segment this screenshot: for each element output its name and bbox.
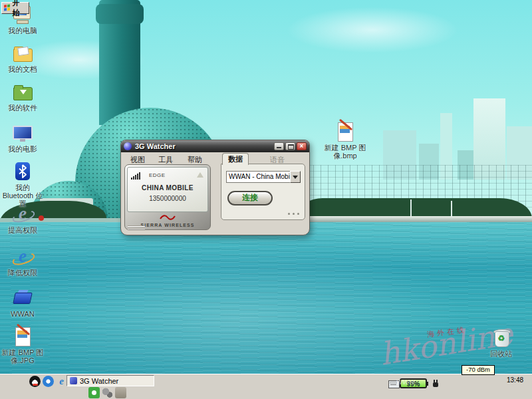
bluetooth-icon [11,162,34,182]
icon-label: 我的电脑 [1,27,44,35]
watcher-task-icon [70,377,77,384]
icon-label: 我的软件 [1,104,44,112]
desktop-icon-bluetooth-places[interactable]: 我的 Bluetooth 位置 [1,162,44,207]
image-viewer-icon[interactable] [88,387,100,398]
desktop-icon-my-movies[interactable]: 我的电影 [1,124,44,153]
device-display-panel: EDGE CHINA MOBILE 1350000000 SIERRA WIRE… [124,164,211,230]
close-icon[interactable]: × [297,142,307,150]
sierra-wave-logo-icon [159,215,176,220]
wwan-icon [11,289,34,309]
carrier-name: CHINA MOBILE [128,184,207,192]
compact-view-icon[interactable] [285,142,295,150]
icon-label: 提高权限 [1,226,44,234]
icon-label: 降低权限 [1,269,44,277]
internet-explorer-icon[interactable]: e [56,376,67,387]
system-tools-icon[interactable] [102,387,113,398]
download-folder-icon [11,82,34,102]
minimize-icon[interactable] [274,142,284,150]
input-method-icon[interactable] [388,380,400,388]
task-button-label: 3G Watcher [80,377,118,385]
desktop-icon-ie-lower-privilege[interactable]: e 降低权限 [1,247,44,277]
usb-device-icon[interactable] [115,387,126,398]
image-file-icon [11,327,34,347]
watcher-window: 3G Watcher × 视图 工具 帮助 EDGE CHINA MOBILE … [120,140,310,235]
desktop-icon-recycle-bin[interactable]: ♻ 回收站 [480,329,523,358]
taskbar-button-3g-watcher[interactable]: 3G Watcher [66,375,154,386]
combobox-value: WWAN - China Mobile [226,171,290,183]
my-documents-icon [11,44,34,64]
icon-label: 我的文档 [1,65,44,73]
desktop: 海外在线 hkonline www 我的电脑 我的文档 我的软件 我的电影 我的… [0,0,532,399]
media-player-icon[interactable] [43,376,54,387]
chevron-down-icon[interactable] [290,171,301,183]
desktop-icon-ie-raise-privilege[interactable]: e 提高权限 [1,205,44,234]
network-type: EDGE [149,172,166,178]
wallpaper-tower-top [96,4,144,24]
lcd-display: EDGE CHINA MOBILE 1350000000 [127,167,208,212]
recycle-bin-icon: ♻ [490,329,513,348]
windows-flag-icon [4,4,11,11]
tab-data[interactable]: 数据 [222,153,249,165]
connect-button[interactable]: 连接 [227,191,273,205]
cloud [286,7,459,53]
image-file-icon [334,122,356,142]
roam-indicator-icon [197,172,203,178]
internet-explorer-icon: e [11,205,34,225]
phone-number: 1350000000 [128,195,207,202]
window-title: 3G Watcher [135,142,176,150]
battery-indicator[interactable]: 99% [400,378,427,388]
icon-label: 我的电影 [1,145,44,153]
signal-strength-icon [131,172,140,180]
signal-tooltip: -70 dBm [462,365,495,375]
start-button[interactable]: 开始 [1,2,29,14]
internet-explorer-icon: e [11,247,34,267]
power-plug-icon[interactable] [432,380,440,388]
app-icon [124,142,132,150]
lamp-post [410,200,412,218]
icon-label: WWAN [1,310,44,318]
icon-label: 新建 BMP 图像.JPG [1,348,44,364]
start-label: 开始 [13,0,27,18]
window-titlebar[interactable]: 3G Watcher × [121,140,309,152]
wallpaper-water [0,222,532,374]
qq-icon[interactable] [29,376,41,387]
icon-label: 新建 BMP 图像.bmp [324,144,366,160]
profile-combobox[interactable]: WWAN - China Mobile [226,171,301,183]
desktop-icon-new-bmp-bmp[interactable]: 新建 BMP 图像.bmp [324,122,366,160]
desktop-icon-my-documents[interactable]: 我的文档 [1,44,44,73]
expand-dots[interactable] [288,213,299,215]
desktop-icon-new-bmp-jpg[interactable]: 新建 BMP 图像.JPG [1,327,44,364]
promenade [286,216,532,222]
taskbar-clock[interactable]: 13:48 [507,376,523,384]
data-tab-page: WWAN - China Mobile 连接 [221,164,305,220]
icon-label: 回收站 [480,350,523,358]
desktop-icon-wwan[interactable]: WWAN [1,289,44,318]
desktop-icon-my-software[interactable]: 我的软件 [1,82,44,112]
movies-icon [11,124,34,144]
window-grip[interactable] [128,225,145,231]
